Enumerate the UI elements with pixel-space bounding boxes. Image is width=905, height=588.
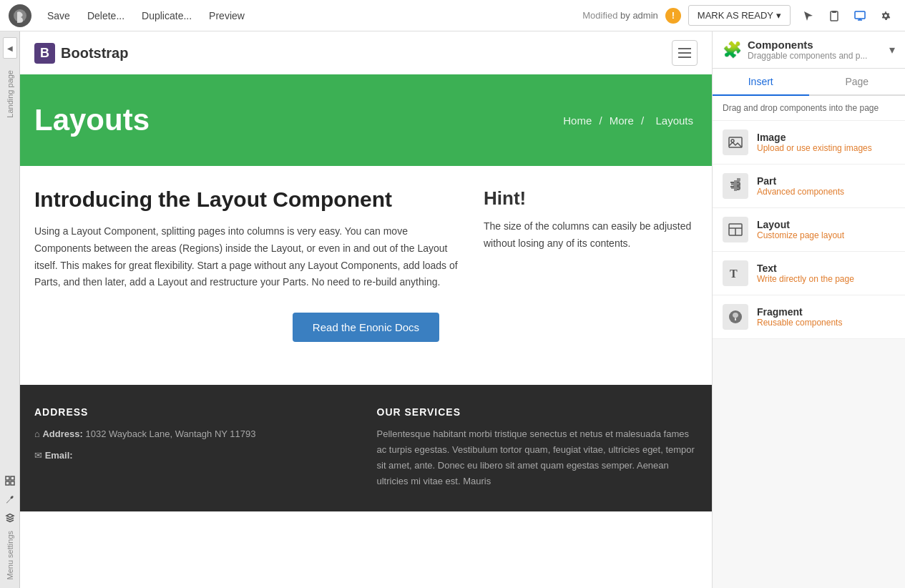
svg-rect-7: [11, 481, 14, 485]
layout-component-title: Layout: [757, 219, 844, 230]
svg-rect-3: [855, 11, 865, 19]
bootstrap-logo-box: B: [34, 43, 55, 64]
footer-services-col: OUR SERVICES Pellentesque habitant morbi…: [377, 406, 698, 489]
page-body: Introducing the Layout Component Using a…: [20, 166, 712, 385]
right-panel-subtitle: Draggable components and p...: [748, 51, 867, 61]
breadcrumb-home[interactable]: Home: [563, 114, 592, 127]
breadcrumb-more[interactable]: More: [610, 114, 634, 127]
svg-rect-2: [832, 11, 836, 13]
clipboard-icon[interactable]: [823, 5, 845, 26]
component-item-image[interactable]: Image Upload or use existing images: [713, 121, 905, 165]
footer-email-text: ✉ Email:: [34, 448, 356, 464]
part-component-title: Part: [757, 175, 844, 187]
text-component-title: Text: [757, 263, 854, 274]
wrench-icon[interactable]: [1, 491, 19, 508]
save-button[interactable]: Save: [40, 6, 77, 26]
components-list: Image Upload or use existing images Part…: [713, 121, 905, 588]
intro-text: Using a Layout Component, splitting page…: [34, 223, 462, 291]
grid-icon[interactable]: [1, 472, 19, 489]
email-icon: ✉: [34, 450, 42, 461]
footer-address-col: ADDRESS ⌂ Address: 1032 Wayback Lane, Wa…: [34, 406, 356, 489]
hamburger-line: [678, 48, 691, 49]
text-component-icon: T: [723, 260, 748, 286]
fragment-component-icon: [723, 304, 748, 330]
component-item-fragment[interactable]: Fragment Reusable components: [713, 295, 905, 339]
right-panel: 🧩 Components Draggable components and p.…: [712, 31, 905, 588]
page-footer: ADDRESS ⌂ Address: 1032 Wayback Lane, Wa…: [20, 385, 712, 511]
hamburger-line: [678, 57, 691, 58]
warning-icon: !: [665, 8, 681, 24]
tab-page[interactable]: Page: [809, 69, 906, 94]
intro-title: Introducing the Layout Component: [34, 187, 462, 212]
component-item-layout[interactable]: Layout Customize page layout: [713, 208, 905, 252]
hint-title: Hint!: [484, 187, 698, 210]
component-item-part[interactable]: Part Advanced components: [713, 165, 905, 208]
components-puzzle-icon: 🧩: [723, 41, 742, 59]
component-item-text[interactable]: T Text Write directly on the page: [713, 252, 905, 295]
image-component-title: Image: [757, 132, 872, 143]
hero-title: Layouts: [34, 103, 150, 137]
svg-rect-4: [6, 476, 9, 480]
left-label-menu: Menu settings: [4, 528, 16, 582]
svg-rect-6: [6, 481, 9, 485]
settings-icon[interactable]: [875, 5, 896, 26]
page-navbar: B Bootstrap: [20, 31, 712, 74]
monitor-icon[interactable]: [849, 5, 871, 26]
right-panel-title: Components: [748, 39, 867, 51]
right-panel-hint: Drag and drop components into the page: [713, 96, 905, 121]
footer-services-title: OUR SERVICES: [377, 406, 698, 418]
hero-breadcrumb: Home / More / Layouts: [563, 114, 698, 127]
email-label: Email:: [45, 450, 73, 461]
text-component-subtitle: Write directly on the page: [757, 274, 854, 284]
stack-icon[interactable]: [1, 509, 19, 526]
app-logo: [9, 4, 31, 27]
image-component-subtitle: Upload or use existing images: [757, 143, 872, 153]
address-icon: ⌂: [34, 428, 40, 439]
layout-component-icon: [723, 217, 748, 242]
right-panel-header: 🧩 Components Draggable components and p.…: [713, 31, 905, 69]
breadcrumb-current: Layouts: [655, 114, 693, 127]
tab-insert[interactable]: Insert: [713, 69, 809, 96]
page-hero: Layouts Home / More / Layouts: [20, 74, 712, 166]
bootstrap-logo-text: Bootstrap: [61, 45, 128, 62]
right-panel-collapse-button[interactable]: ▾: [889, 43, 895, 57]
hint-text: The size of the columns can easily be ad…: [484, 218, 698, 253]
main-text-column: Introducing the Layout Component Using a…: [34, 187, 462, 291]
hamburger-line: [678, 52, 691, 54]
topbar: Save Delete... Duplicate... Preview Modi…: [0, 0, 905, 31]
duplicate-button[interactable]: Duplicate...: [134, 6, 199, 26]
cursor-icon[interactable]: [798, 5, 819, 26]
left-label-landing: Landing page: [4, 67, 16, 121]
left-toggle-button[interactable]: ◀: [3, 37, 17, 59]
fragment-component-subtitle: Reusable components: [757, 318, 842, 328]
layout-component-subtitle: Customize page layout: [757, 230, 844, 240]
nav-hamburger-button[interactable]: [672, 40, 698, 66]
footer-services-text: Pellentesque habitant morbi tristique se…: [377, 426, 698, 489]
right-panel-tabs: Insert Page: [713, 69, 905, 96]
fragment-component-title: Fragment: [757, 306, 842, 318]
main-content: B Bootstrap Layouts Home / More / Layout…: [20, 31, 712, 588]
address-label: Address:: [42, 428, 82, 439]
delete-button[interactable]: Delete...: [80, 6, 132, 26]
part-component-subtitle: Advanced components: [757, 187, 844, 197]
left-sidebar: ◀ Landing page Menu settings: [0, 31, 20, 588]
bootstrap-logo: B Bootstrap: [34, 43, 128, 64]
dropdown-arrow-icon: ▾: [776, 10, 781, 21]
footer-address-text: ⌂ Address: 1032 Wayback Lane, Wantagh NY…: [34, 426, 356, 442]
svg-text:T: T: [730, 268, 738, 280]
aside-column: Hint! The size of the columns can easily…: [484, 187, 698, 291]
footer-address-title: ADDRESS: [34, 406, 356, 418]
svg-rect-5: [11, 476, 14, 480]
modified-text: Modified by admin: [582, 10, 658, 21]
part-component-icon: [723, 173, 748, 199]
image-component-icon: [723, 129, 748, 155]
preview-button[interactable]: Preview: [202, 6, 252, 26]
mark-as-ready-button[interactable]: MARK AS READY ▾: [688, 5, 791, 26]
read-docs-button[interactable]: Read the Enonic Docs: [293, 313, 439, 342]
